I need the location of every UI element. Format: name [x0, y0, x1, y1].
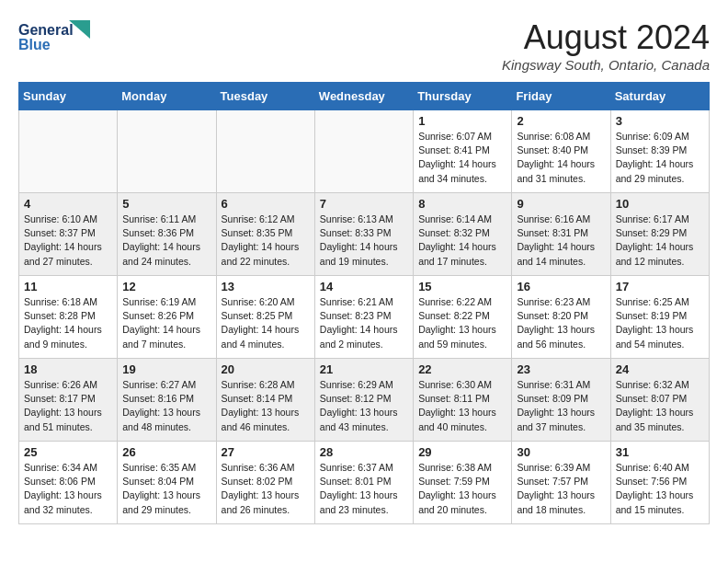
calendar-cell: 14Sunrise: 6:21 AM Sunset: 8:23 PM Dayli… [314, 276, 413, 359]
day-number: 21 [320, 362, 408, 376]
day-number: 29 [418, 445, 506, 459]
weekday-header-row: SundayMondayTuesdayWednesdayThursdayFrid… [19, 83, 710, 110]
day-info: Sunrise: 6:30 AM Sunset: 8:11 PM Dayligh… [418, 378, 506, 434]
calendar-cell: 30Sunrise: 6:39 AM Sunset: 7:57 PM Dayli… [512, 442, 610, 524]
weekday-header-sunday: Sunday [19, 83, 118, 110]
svg-text:General: General [18, 22, 74, 38]
day-info: Sunrise: 6:19 AM Sunset: 8:26 PM Dayligh… [122, 295, 210, 351]
day-info: Sunrise: 6:21 AM Sunset: 8:23 PM Dayligh… [320, 295, 408, 351]
weekday-header-wednesday: Wednesday [314, 83, 413, 110]
day-number: 23 [517, 362, 605, 376]
day-number: 6 [222, 197, 310, 211]
day-info: Sunrise: 6:36 AM Sunset: 8:02 PM Dayligh… [222, 461, 310, 517]
day-info: Sunrise: 6:14 AM Sunset: 8:32 PM Dayligh… [418, 213, 506, 269]
calendar-cell: 4Sunrise: 6:10 AM Sunset: 8:37 PM Daylig… [19, 193, 118, 276]
svg-text:Blue: Blue [18, 37, 51, 52]
day-number: 15 [418, 280, 506, 293]
calendar-cell: 13Sunrise: 6:20 AM Sunset: 8:25 PM Dayli… [216, 276, 314, 359]
calendar-cell: 15Sunrise: 6:22 AM Sunset: 8:22 PM Dayli… [414, 276, 512, 359]
calendar-cell: 3Sunrise: 6:09 AM Sunset: 8:39 PM Daylig… [610, 110, 709, 193]
weekday-header-friday: Friday [512, 83, 610, 110]
day-number: 4 [24, 197, 112, 211]
day-info: Sunrise: 6:09 AM Sunset: 8:39 PM Dayligh… [616, 130, 704, 186]
day-info: Sunrise: 6:07 AM Sunset: 8:41 PM Dayligh… [418, 130, 506, 186]
day-number: 14 [320, 280, 408, 293]
day-info: Sunrise: 6:37 AM Sunset: 8:01 PM Dayligh… [320, 461, 408, 517]
day-info: Sunrise: 6:08 AM Sunset: 8:40 PM Dayligh… [517, 130, 605, 186]
day-number: 9 [517, 197, 605, 211]
calendar-week-row: 1Sunrise: 6:07 AM Sunset: 8:41 PM Daylig… [19, 110, 710, 193]
day-info: Sunrise: 6:18 AM Sunset: 8:28 PM Dayligh… [24, 295, 112, 351]
day-number: 13 [222, 280, 310, 293]
logo-icon: GeneralBlue [18, 18, 92, 55]
weekday-header-tuesday: Tuesday [216, 83, 314, 110]
day-info: Sunrise: 6:12 AM Sunset: 8:35 PM Dayligh… [222, 213, 310, 269]
weekday-header-saturday: Saturday [610, 83, 709, 110]
day-info: Sunrise: 6:35 AM Sunset: 8:04 PM Dayligh… [122, 461, 210, 517]
weekday-header-monday: Monday [118, 83, 216, 110]
calendar-cell: 23Sunrise: 6:31 AM Sunset: 8:09 PM Dayli… [512, 359, 610, 442]
day-number: 5 [122, 197, 210, 211]
day-number: 10 [616, 197, 704, 211]
location: Kingsway South, Ontario, Canada [502, 57, 710, 73]
day-number: 2 [517, 114, 605, 128]
day-info: Sunrise: 6:29 AM Sunset: 8:12 PM Dayligh… [320, 378, 408, 434]
day-info: Sunrise: 6:17 AM Sunset: 8:29 PM Dayligh… [616, 213, 704, 269]
calendar-cell: 9Sunrise: 6:16 AM Sunset: 8:31 PM Daylig… [512, 193, 610, 276]
calendar-cell [118, 110, 216, 193]
day-number: 17 [616, 280, 704, 293]
day-number: 1 [418, 114, 506, 128]
calendar-cell: 1Sunrise: 6:07 AM Sunset: 8:41 PM Daylig… [414, 110, 512, 193]
calendar-cell: 26Sunrise: 6:35 AM Sunset: 8:04 PM Dayli… [118, 442, 216, 524]
calendar-cell: 20Sunrise: 6:28 AM Sunset: 8:14 PM Dayli… [216, 359, 314, 442]
calendar-week-row: 18Sunrise: 6:26 AM Sunset: 8:17 PM Dayli… [19, 359, 710, 442]
day-info: Sunrise: 6:27 AM Sunset: 8:16 PM Dayligh… [122, 378, 210, 434]
logo: GeneralBlue [18, 18, 92, 55]
calendar-cell: 29Sunrise: 6:38 AM Sunset: 7:59 PM Dayli… [414, 442, 512, 524]
weekday-header-thursday: Thursday [414, 83, 512, 110]
day-info: Sunrise: 6:23 AM Sunset: 8:20 PM Dayligh… [517, 295, 605, 351]
calendar-week-row: 11Sunrise: 6:18 AM Sunset: 8:28 PM Dayli… [19, 276, 710, 359]
calendar-cell: 8Sunrise: 6:14 AM Sunset: 8:32 PM Daylig… [414, 193, 512, 276]
day-info: Sunrise: 6:39 AM Sunset: 7:57 PM Dayligh… [517, 461, 605, 517]
calendar-cell: 17Sunrise: 6:25 AM Sunset: 8:19 PM Dayli… [610, 276, 709, 359]
day-info: Sunrise: 6:16 AM Sunset: 8:31 PM Dayligh… [517, 213, 605, 269]
calendar-cell: 21Sunrise: 6:29 AM Sunset: 8:12 PM Dayli… [314, 359, 413, 442]
day-number: 30 [517, 445, 605, 459]
day-number: 28 [320, 445, 408, 459]
day-info: Sunrise: 6:32 AM Sunset: 8:07 PM Dayligh… [616, 378, 704, 434]
day-number: 27 [222, 445, 310, 459]
calendar-cell: 18Sunrise: 6:26 AM Sunset: 8:17 PM Dayli… [19, 359, 118, 442]
day-info: Sunrise: 6:31 AM Sunset: 8:09 PM Dayligh… [517, 378, 605, 434]
day-number: 8 [418, 197, 506, 211]
calendar-table: SundayMondayTuesdayWednesdayThursdayFrid… [18, 82, 710, 524]
day-number: 19 [122, 362, 210, 376]
day-number: 3 [616, 114, 704, 128]
calendar-cell [216, 110, 314, 193]
day-info: Sunrise: 6:13 AM Sunset: 8:33 PM Dayligh… [320, 213, 408, 269]
calendar-cell: 31Sunrise: 6:40 AM Sunset: 7:56 PM Dayli… [610, 442, 709, 524]
day-info: Sunrise: 6:40 AM Sunset: 7:56 PM Dayligh… [616, 461, 704, 517]
title-block: August 2024 Kingsway South, Ontario, Can… [502, 18, 710, 73]
day-number: 31 [616, 445, 704, 459]
calendar-cell: 11Sunrise: 6:18 AM Sunset: 8:28 PM Dayli… [19, 276, 118, 359]
calendar-cell: 12Sunrise: 6:19 AM Sunset: 8:26 PM Dayli… [118, 276, 216, 359]
calendar-cell: 27Sunrise: 6:36 AM Sunset: 8:02 PM Dayli… [216, 442, 314, 524]
calendar-cell [314, 110, 413, 193]
day-number: 7 [320, 197, 408, 211]
calendar-cell: 16Sunrise: 6:23 AM Sunset: 8:20 PM Dayli… [512, 276, 610, 359]
day-info: Sunrise: 6:22 AM Sunset: 8:22 PM Dayligh… [418, 295, 506, 351]
calendar-cell: 2Sunrise: 6:08 AM Sunset: 8:40 PM Daylig… [512, 110, 610, 193]
day-number: 25 [24, 445, 112, 459]
day-info: Sunrise: 6:38 AM Sunset: 7:59 PM Dayligh… [418, 461, 506, 517]
day-number: 22 [418, 362, 506, 376]
day-number: 12 [122, 280, 210, 293]
day-number: 26 [122, 445, 210, 459]
calendar-cell: 5Sunrise: 6:11 AM Sunset: 8:36 PM Daylig… [118, 193, 216, 276]
calendar-cell: 28Sunrise: 6:37 AM Sunset: 8:01 PM Dayli… [314, 442, 413, 524]
day-number: 16 [517, 280, 605, 293]
calendar-week-row: 4Sunrise: 6:10 AM Sunset: 8:37 PM Daylig… [19, 193, 710, 276]
calendar-cell: 22Sunrise: 6:30 AM Sunset: 8:11 PM Dayli… [414, 359, 512, 442]
day-number: 20 [222, 362, 310, 376]
calendar-cell [19, 110, 118, 193]
